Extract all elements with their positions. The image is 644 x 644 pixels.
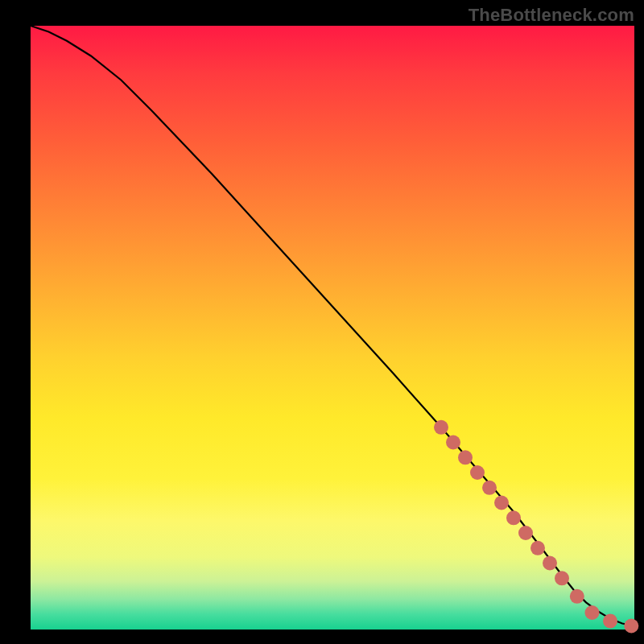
highlight-dot (494, 496, 509, 510)
chart-frame: TheBottleneck.com (0, 0, 644, 644)
highlight-dot (555, 571, 569, 585)
highlight-dot (518, 526, 533, 540)
highlight-dot (482, 481, 497, 495)
watermark-text: TheBottleneck.com (469, 5, 634, 26)
highlight-dot (603, 614, 617, 629)
highlight-dot (570, 589, 584, 604)
highlight-dot (624, 619, 638, 634)
chart-overlay (31, 26, 634, 630)
highlight-dot (530, 541, 545, 555)
highlight-dot (585, 605, 600, 620)
highlight-dots-group (434, 420, 638, 634)
highlight-dot (458, 450, 473, 464)
highlight-dot (446, 436, 460, 450)
highlight-dot (506, 510, 521, 525)
highlight-dot (470, 465, 485, 480)
highlight-dot (543, 556, 557, 571)
bottleneck-curve (31, 26, 634, 626)
highlight-dot (434, 420, 448, 435)
